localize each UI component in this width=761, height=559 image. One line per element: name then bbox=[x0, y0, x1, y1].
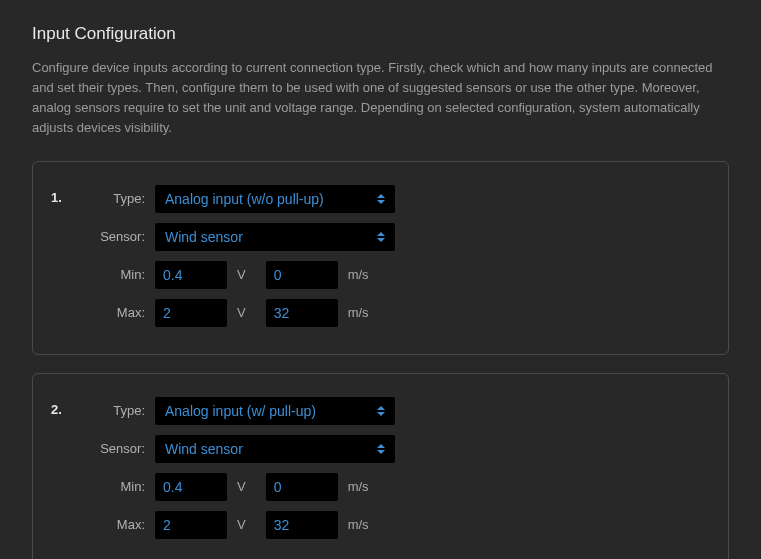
page-description: Configure device inputs according to cur… bbox=[32, 58, 729, 139]
input-card: 2. Type: Analog input (w/ pull-up) Senso… bbox=[32, 373, 729, 559]
volts-unit: V bbox=[237, 479, 246, 494]
min-label: Min: bbox=[87, 479, 155, 494]
max-voltage-input[interactable]: 2 bbox=[155, 299, 227, 327]
max-label: Max: bbox=[87, 517, 155, 532]
speed-unit: m/s bbox=[348, 305, 369, 320]
input-card: 1. Type: Analog input (w/o pull-up) Sens… bbox=[32, 161, 729, 355]
min-value-input[interactable]: 0 bbox=[266, 261, 338, 289]
type-label: Type: bbox=[87, 403, 155, 418]
select-arrows-icon bbox=[377, 435, 387, 463]
sensor-select-value: Wind sensor bbox=[165, 441, 243, 457]
page-title: Input Configuration bbox=[32, 24, 729, 44]
sensor-select-value: Wind sensor bbox=[165, 229, 243, 245]
min-label: Min: bbox=[87, 267, 155, 282]
max-voltage-input[interactable]: 2 bbox=[155, 511, 227, 539]
sensor-label: Sensor: bbox=[87, 229, 155, 244]
select-arrows-icon bbox=[377, 397, 387, 425]
min-voltage-input[interactable]: 0.4 bbox=[155, 261, 227, 289]
min-value-input[interactable]: 0 bbox=[266, 473, 338, 501]
input-index: 2. bbox=[51, 396, 87, 417]
sensor-select[interactable]: Wind sensor bbox=[155, 223, 395, 251]
volts-unit: V bbox=[237, 305, 246, 320]
speed-unit: m/s bbox=[348, 267, 369, 282]
type-select-value: Analog input (w/o pull-up) bbox=[165, 191, 324, 207]
type-select-value: Analog input (w/ pull-up) bbox=[165, 403, 316, 419]
select-arrows-icon bbox=[377, 223, 387, 251]
max-value-input[interactable]: 32 bbox=[266, 299, 338, 327]
speed-unit: m/s bbox=[348, 479, 369, 494]
select-arrows-icon bbox=[377, 185, 387, 213]
type-select[interactable]: Analog input (w/ pull-up) bbox=[155, 397, 395, 425]
max-label: Max: bbox=[87, 305, 155, 320]
volts-unit: V bbox=[237, 517, 246, 532]
type-select[interactable]: Analog input (w/o pull-up) bbox=[155, 185, 395, 213]
max-value-input[interactable]: 32 bbox=[266, 511, 338, 539]
input-index: 1. bbox=[51, 184, 87, 205]
sensor-label: Sensor: bbox=[87, 441, 155, 456]
volts-unit: V bbox=[237, 267, 246, 282]
sensor-select[interactable]: Wind sensor bbox=[155, 435, 395, 463]
min-voltage-input[interactable]: 0.4 bbox=[155, 473, 227, 501]
type-label: Type: bbox=[87, 191, 155, 206]
speed-unit: m/s bbox=[348, 517, 369, 532]
